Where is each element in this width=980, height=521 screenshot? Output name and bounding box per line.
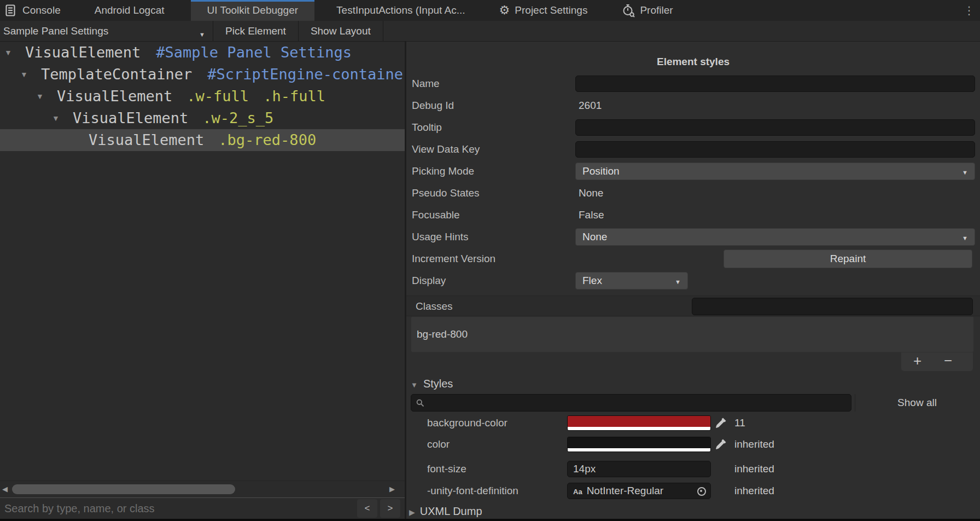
background-color-status: 11 (734, 414, 745, 432)
background-color-color-swatch[interactable] (567, 415, 711, 431)
usage-hints-dropdown[interactable]: None (575, 228, 975, 246)
previous-result-button[interactable]: < (357, 499, 377, 518)
tab-label: TestInputActions (Input Ac... (336, 4, 465, 16)
name-label: Name (412, 73, 440, 95)
window-bottom-edge (0, 519, 980, 521)
panel-select-dropdown[interactable]: Sample Panel Settings (0, 21, 213, 41)
tree-row[interactable]: VisualElement.bg-red-800 (0, 129, 405, 151)
element-class: .bg-red-800 (218, 131, 316, 148)
foldout-open-icon[interactable]: ▼ (52, 107, 60, 129)
display-dropdown[interactable]: Flex (575, 272, 688, 290)
unity-font-definition-status: inherited (734, 482, 774, 500)
swatch-alpha-bar (568, 448, 710, 451)
inspector-row-display: DisplayFlex (406, 270, 980, 292)
tab-label: Android Logcat (95, 4, 165, 16)
font-size-status: inherited (734, 460, 774, 478)
tab-console[interactable]: Console (0, 0, 73, 21)
view-data-key-label: View Data Key (412, 138, 480, 160)
tab-profiler[interactable]: Profiler (609, 0, 685, 21)
scroll-right-icon[interactable]: ▶ (389, 481, 395, 497)
tab-label: Console (22, 4, 61, 16)
eyedropper-icon[interactable] (715, 438, 727, 453)
picking-mode-dropdown-value: Position (582, 165, 620, 177)
color-color-swatch[interactable] (567, 437, 711, 452)
tab-project-settings[interactable]: ⚙Project Settings (487, 0, 600, 21)
tree-row-text: VisualElement.bg-red-800 (89, 129, 316, 151)
chevron-down-icon (962, 229, 968, 246)
console-icon (5, 4, 18, 16)
name-input[interactable] (575, 76, 975, 92)
tab-ui-toolkit-debugger[interactable]: UI Toolkit Debugger (191, 0, 315, 21)
object-picker-icon[interactable] (697, 487, 706, 496)
foldout-open-icon[interactable]: ▼ (20, 63, 28, 85)
classes-label: Classes (416, 296, 453, 317)
color-status: inherited (734, 435, 774, 454)
ui-toolkit-debugger-window: ConsoleAndroid LogcatUI Toolkit Debugger… (0, 0, 980, 521)
picking-mode-dropdown[interactable]: Position (575, 163, 975, 180)
unity-font-definition-object-field[interactable]: AaNotInter-Regular (567, 483, 711, 499)
chevron-down-icon (675, 273, 681, 290)
overflow-menu-icon[interactable]: ⋮ (960, 0, 978, 21)
view-data-key-input[interactable] (575, 141, 975, 158)
scroll-left-icon[interactable]: ◀ (2, 481, 8, 497)
unity-font-definition-value: NotInter-Regular (587, 485, 663, 496)
styles-foldout[interactable]: ▼Styles (411, 375, 453, 392)
tree-row-text: TemplateContainer#ScriptEngine-container (41, 63, 405, 85)
focusable-label: Focusable (412, 204, 460, 226)
styles-foldout-label: Styles (423, 378, 453, 390)
display-dropdown-value: Flex (582, 275, 602, 286)
tree-row[interactable]: ▼VisualElement.w-2_s_5 (0, 107, 405, 129)
tab-bar: ConsoleAndroid LogcatUI Toolkit Debugger… (0, 0, 980, 21)
uxml-dump-foldout[interactable]: ▶UXML Dump (409, 502, 482, 521)
panel-select-label: Sample Panel Settings (3, 25, 108, 37)
classes-header-row: Classes (406, 296, 980, 316)
styles-search-input[interactable] (428, 395, 845, 412)
tree-row[interactable]: ▼VisualElement#Sample Panel Settings (0, 42, 405, 63)
horizontal-scrollbar[interactable]: ◀ ▶ (0, 481, 405, 497)
pick-element-button[interactable]: Pick Element (213, 21, 299, 41)
debug-id-value: 2601 (579, 95, 602, 117)
font-size-input[interactable]: 14px (567, 461, 711, 477)
repaint-button[interactable]: Repaint (724, 250, 972, 268)
tree-row-text: VisualElement.w-full.h-full (57, 85, 325, 107)
scrollbar-thumb[interactable] (12, 484, 235, 494)
font-asset-icon: Aa (573, 488, 582, 496)
remove-class-button[interactable]: − (944, 352, 952, 371)
class-list-item[interactable]: bg-red-800 (411, 324, 973, 345)
focusable-value: False (579, 204, 604, 226)
tree-row[interactable]: ▼VisualElement.w-full.h-full (0, 85, 405, 107)
eyedropper-icon[interactable] (715, 417, 727, 431)
element-inspector-panel: Element styles NameDebug Id2601TooltipVi… (405, 42, 980, 521)
element-class: .w-2_s_5 (202, 109, 273, 126)
add-class-input[interactable] (692, 298, 973, 315)
next-result-button[interactable]: > (380, 499, 400, 518)
foldout-open-icon[interactable]: ▼ (36, 85, 44, 107)
swatch-alpha-bar (568, 427, 710, 430)
usage-hints-label: Usage Hints (412, 226, 469, 248)
search-icon (416, 398, 425, 410)
element-type: TemplateContainer (41, 66, 192, 83)
increment-version-label: Increment Version (412, 248, 495, 270)
profiler-icon (621, 4, 635, 18)
tooltip-input[interactable] (575, 119, 975, 136)
inspector-row-tooltip: Tooltip (406, 117, 980, 138)
debug-id-label: Debug Id (412, 95, 454, 117)
tree-search-input[interactable] (0, 498, 349, 519)
style-row-color: colorinherited (406, 435, 980, 454)
tree-search-bar: < > (0, 497, 405, 519)
show-layout-button[interactable]: Show Layout (299, 21, 383, 41)
chevron-down-icon (962, 163, 968, 181)
tab-testinputactions-input-ac[interactable]: TestInputActions (Input Ac... (324, 0, 477, 21)
inspector-title: Element styles (406, 56, 980, 68)
tree-row[interactable]: ▼TemplateContainer#ScriptEngine-containe… (0, 63, 405, 85)
picking-mode-label: Picking Mode (412, 160, 474, 182)
add-class-button[interactable]: + (913, 352, 921, 371)
foldout-open-icon[interactable]: ▼ (4, 42, 12, 63)
classes-list-footer: + − (901, 352, 973, 371)
tooltip-label: Tooltip (412, 117, 442, 138)
foldout-open-icon: ▼ (411, 381, 418, 389)
element-id: #ScriptEngine-container (207, 66, 405, 83)
show-all-button[interactable]: Show all (855, 394, 979, 412)
gear-icon: ⚙ (499, 4, 510, 16)
tab-android-logcat[interactable]: Android Logcat (83, 0, 177, 21)
